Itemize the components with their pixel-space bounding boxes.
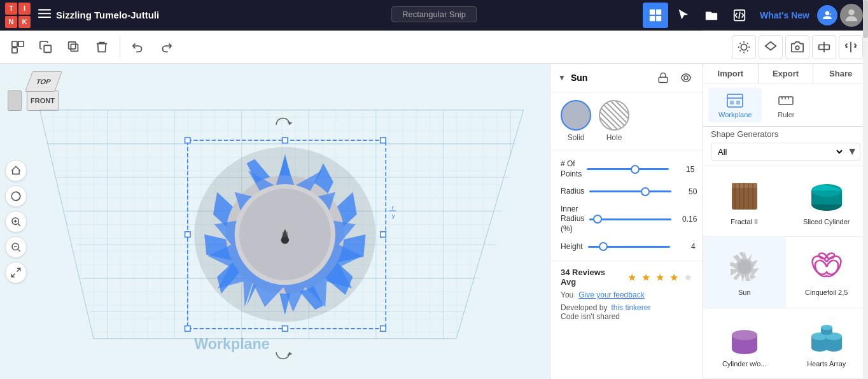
star-3: ★ [655,271,664,283]
svg-rect-33 [185,326,190,331]
share-btn[interactable]: Share [813,64,868,83]
svg-rect-6 [656,15,661,20]
lib-section-header: Shape Generators [703,127,868,143]
menu-icon[interactable] [38,7,51,23]
shape-library-panel: Import Export Share Workplane [703,64,868,379]
light-view-btn[interactable] [732,35,756,59]
ruler-tab[interactable]: Ruler [767,88,805,122]
workplane-tab-label: Workplane [718,111,752,118]
delete-btn[interactable] [89,34,115,60]
viewport[interactable]: TOP FRONT [0,64,550,379]
main-content: TOP FRONT [0,64,868,379]
lib-filter-arrow: ▼ [844,143,860,160]
shape-item-cylinder-wires[interactable]: Cylinder w/o... [703,308,786,379]
cylinder-wires-label: Cylinder w/o... [722,360,767,368]
shape-item-cinquefoil[interactable]: Cinquefoil 2,5 [786,237,869,308]
shapes-view-btn[interactable] [759,35,783,59]
param-slider-area-inner-radius [589,218,671,220]
feedback-link[interactable]: Give your feedback [578,290,644,299]
workplane-tab[interactable]: Workplane [708,88,762,122]
shape-dropdown-btn[interactable]: ▼ [558,73,566,82]
dev-link[interactable]: this tinkerer [611,303,650,312]
svg-rect-35 [283,138,288,143]
hole-btn[interactable]: Hole [599,100,629,142]
param-label-inner-radius: Inner Radius (%) [561,204,584,234]
param-row-radius: Radius 50 [550,183,703,201]
export-btn[interactable]: Export [759,64,814,83]
feedback-row: You Give your feedback [561,290,692,299]
cinquefoil-thumbnail [804,248,850,286]
logo-n: N [5,16,17,28]
copy-btn[interactable] [33,34,59,60]
dropdown-arrow: ▼ [558,73,566,82]
param-value-height: 4 [675,242,696,251]
svg-text:Workplane: Workplane [194,336,269,352]
grid-view-btn[interactable] [643,3,668,28]
param-value-radius: 50 [676,187,697,196]
param-slider-height[interactable] [588,246,670,248]
param-slider-radius[interactable] [589,190,671,192]
param-row-inner-radius: Inner Radius (%) 0.16 [550,201,703,238]
svg-rect-11 [12,47,17,52]
add-user-button[interactable] [817,5,837,25]
scroll-up-btn[interactable]: ▲ [849,166,862,168]
duplicate-btn[interactable] [61,34,87,60]
visibility-btn[interactable] [677,69,695,87]
param-label-radius: Radius [561,187,584,197]
svg-point-80 [738,260,752,274]
code-btn[interactable] [727,3,752,28]
param-slider-inner-radius[interactable] [589,218,671,220]
shape-header: ▼ Sun [550,64,703,92]
svg-point-52 [684,76,688,80]
hearts-array-thumbnail [804,319,850,357]
camera-view-btn[interactable] [785,35,809,59]
svg-point-15 [741,44,746,50]
svg-rect-32 [381,138,386,143]
shape-item-hearts-array[interactable]: Hearts Array [786,308,869,379]
user-avatar[interactable] [840,4,863,27]
lib-section-title: Shape Generators [711,129,778,139]
sun-label: Sun [738,289,751,296]
lib-scrollbar-thumb[interactable] [863,0,868,38]
ruler-tab-label: Ruler [778,111,794,118]
top-right-controls: What's New [643,3,863,28]
param-slider-points[interactable] [587,168,669,170]
param-slider-area-radius [589,190,671,192]
shape-item-sun[interactable]: Sun [703,237,786,308]
svg-rect-0 [38,9,51,10]
undo-btn[interactable] [125,34,151,60]
svg-point-85 [732,330,757,340]
snip-bar: Rectangular Snip [391,6,477,22]
redo-btn[interactable] [153,34,179,60]
toolbar-right-icons [732,35,863,59]
svg-rect-1 [38,13,51,14]
shape-item-fractal-ii[interactable]: Fractal II [703,166,786,237]
solid-circle [561,100,591,131]
svg-point-8 [848,9,854,15]
reviews-label: 34 Reviews Avg [561,268,622,287]
new-shape-btn[interactable] [5,34,31,60]
dev-row: Developed by this tinkerer [561,303,692,312]
svg-rect-49 [283,232,288,237]
lib-scrollbar[interactable] [863,0,868,379]
project-title: Sizzling Tumelo-Juttuli [56,10,638,20]
logo-k: K [18,16,31,28]
cinquefoil-label: Cinquefoil 2,5 [805,289,848,296]
import-btn[interactable]: Import [703,64,759,83]
lock-btn[interactable] [654,69,672,87]
pointer-tool-btn[interactable] [671,3,696,28]
whats-new-button[interactable]: What's New [755,8,815,23]
align-btn[interactable] [812,35,836,59]
tinkercad-logo[interactable]: T I N K [5,3,31,28]
svg-rect-56 [779,97,793,104]
lib-filter-select[interactable]: All [711,144,844,160]
fractal-ii-thumbnail [722,177,767,215]
svg-point-16 [795,46,799,50]
param-slider-area-height [588,246,670,248]
svg-rect-5 [650,15,655,20]
shape-item-sliced-cylinder[interactable]: Sliced Cylinder [786,166,869,237]
hole-label: Hole [606,133,622,142]
files-btn[interactable] [699,3,724,28]
mirror-btn[interactable] [839,35,863,59]
solid-btn[interactable]: Solid [561,100,591,142]
